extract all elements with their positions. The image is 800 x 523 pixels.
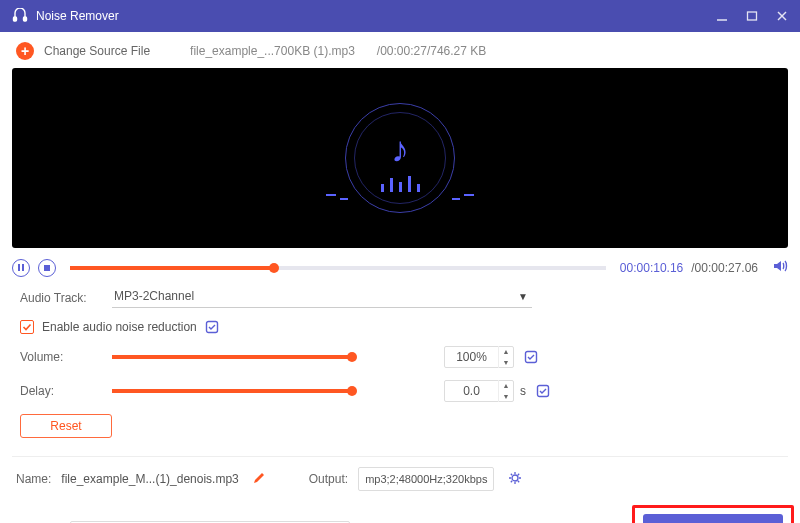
delay-slider[interactable]: [112, 389, 352, 393]
volume-apply-icon[interactable]: [524, 350, 538, 364]
volume-input[interactable]: 100% ▲▼: [444, 346, 514, 368]
equalizer-dashes-icon: [326, 194, 336, 196]
output-name-value: file_example_M...(1)_denois.mp3: [61, 472, 238, 486]
divider: [12, 456, 788, 457]
delay-value: 0.0: [445, 384, 498, 398]
volume-row: Volume: 100% ▲▼: [20, 346, 758, 368]
name-label: Name:: [16, 472, 51, 486]
volume-step-down[interactable]: ▼: [499, 357, 513, 368]
audio-track-row: Audio Track: MP3-2Channel ▼: [20, 287, 758, 308]
export-button[interactable]: Export: [643, 514, 783, 523]
output-format-value: mp3;2;48000Hz;320kbps: [365, 473, 487, 485]
noise-reduction-row: Enable audio noise reduction: [20, 320, 758, 334]
svg-rect-3: [748, 12, 757, 20]
delay-apply-icon[interactable]: [536, 384, 550, 398]
svg-point-9: [512, 475, 518, 481]
noise-reduction-label: Enable audio noise reduction: [42, 320, 197, 334]
output-label: Output:: [309, 472, 348, 486]
chevron-down-icon: ▼: [518, 291, 528, 302]
delay-unit: s: [520, 384, 526, 398]
source-meta: /00:00:27/746.27 KB: [377, 44, 486, 58]
noise-settings-icon[interactable]: [205, 320, 219, 334]
minimize-button[interactable]: [716, 10, 728, 22]
svg-rect-8: [538, 386, 549, 397]
noise-reduction-checkbox[interactable]: [20, 320, 34, 334]
app-logo-icon: [12, 8, 28, 24]
close-button[interactable]: [776, 10, 788, 22]
reset-button[interactable]: Reset: [20, 414, 112, 438]
change-source-label[interactable]: Change Source File: [44, 44, 150, 58]
progress-slider[interactable]: [70, 266, 606, 270]
music-note-icon: ♪: [391, 129, 409, 171]
delay-input[interactable]: 0.0 ▲▼: [444, 380, 514, 402]
playback-controls: 00:00:10.16/00:00:27.06: [12, 258, 788, 277]
equalizer-bars-icon: [381, 176, 420, 192]
equalizer-dashes-icon: [464, 194, 474, 196]
audio-track-select[interactable]: MP3-2Channel ▼: [112, 287, 532, 308]
equalizer-dashes-icon: [340, 198, 348, 200]
delay-label: Delay:: [20, 384, 112, 398]
volume-label: Volume:: [20, 350, 112, 364]
source-filename: file_example_...700KB (1).mp3: [190, 44, 355, 58]
equalizer-dashes-icon: [452, 198, 460, 200]
add-source-button[interactable]: +: [16, 42, 34, 60]
output-bar: Name: file_example_M...(1)_denois.mp3 Ou…: [12, 467, 788, 523]
edit-name-icon[interactable]: [253, 472, 265, 487]
delay-step-up[interactable]: ▲: [499, 380, 513, 391]
svg-rect-7: [526, 352, 537, 363]
title-bar: Noise Remover: [0, 0, 800, 32]
preview-area: ♪: [12, 68, 788, 248]
volume-icon[interactable]: [772, 258, 788, 277]
time-total: /00:00:27.06: [691, 261, 758, 275]
stop-button[interactable]: [38, 259, 56, 277]
pause-button[interactable]: [12, 259, 30, 277]
export-highlight: Export: [632, 505, 794, 523]
delay-step-down[interactable]: ▼: [499, 391, 513, 402]
audio-track-value: MP3-2Channel: [114, 289, 194, 303]
preview-visualizer: ♪: [345, 103, 455, 213]
output-format-select[interactable]: mp3;2;48000Hz;320kbps: [358, 467, 494, 491]
svg-rect-1: [24, 17, 27, 21]
volume-value: 100%: [445, 350, 498, 364]
time-current: 00:00:10.16: [620, 261, 683, 275]
volume-slider[interactable]: [112, 355, 352, 359]
svg-rect-0: [14, 17, 17, 21]
source-bar: + Change Source File file_example_...700…: [12, 40, 788, 68]
audio-track-label: Audio Track:: [20, 291, 112, 305]
output-settings-icon[interactable]: [508, 471, 522, 488]
volume-step-up[interactable]: ▲: [499, 346, 513, 357]
maximize-button[interactable]: [746, 10, 758, 22]
app-title: Noise Remover: [36, 9, 716, 23]
delay-row: Delay: 0.0 ▲▼ s: [20, 380, 758, 402]
svg-rect-6: [206, 322, 217, 333]
